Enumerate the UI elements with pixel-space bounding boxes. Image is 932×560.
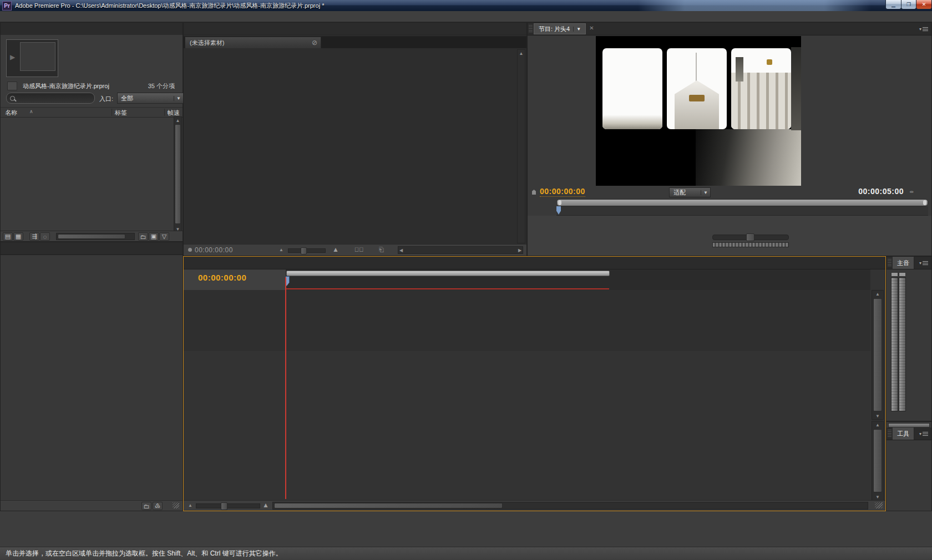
search-input[interactable] bbox=[6, 93, 95, 104]
icon-view-icon[interactable]: ▦ bbox=[13, 232, 23, 241]
effect-controls-panel: (未选择素材) ⊘ ▲ 00:00:00:00 ▲ ▲ ▶⃒ ⎗ ◀ ▶ bbox=[183, 22, 527, 256]
effects-folder-list bbox=[1, 256, 183, 500]
project-hscrollbar[interactable] bbox=[56, 233, 135, 240]
export-icon[interactable]: ⎗ bbox=[379, 246, 384, 253]
poster-play-icon[interactable]: ▶ bbox=[10, 53, 15, 61]
panel-drag-grip[interactable] bbox=[529, 25, 533, 33]
white-panel-1 bbox=[602, 48, 662, 129]
chevron-down-icon: ▼ bbox=[174, 96, 183, 101]
white-panel-2 bbox=[667, 48, 727, 129]
source-tabstrip bbox=[184, 23, 526, 35]
tools-hscrollbar[interactable] bbox=[888, 423, 930, 427]
zoom-in-icon[interactable]: ▲ bbox=[262, 501, 269, 509]
automate-to-sequence-icon[interactable]: ⇶ bbox=[29, 232, 39, 241]
panel-menu-icon[interactable]: ▾ bbox=[916, 427, 931, 440]
new-custom-bin-icon[interactable]: 🗀 bbox=[141, 502, 151, 510]
program-playhead-marker[interactable] bbox=[556, 206, 561, 215]
tools-panel: 工具 ▾ bbox=[886, 421, 932, 511]
project-file-name: 动感风格-南京旅游纪录片.prproj bbox=[23, 82, 109, 90]
panel-menu-icon[interactable]: ▾ bbox=[916, 23, 931, 35]
effects-panel: 🗀 ♳ bbox=[0, 242, 183, 511]
tab-tools[interactable]: 工具 bbox=[893, 427, 914, 440]
maximize-button[interactable]: ❐ bbox=[901, 0, 916, 9]
timeline-panel: 00:00:00:00 ▲ ▼ ▲ bbox=[183, 256, 886, 511]
column-label[interactable]: 标签 bbox=[115, 109, 127, 117]
panel-resize-grip[interactable] bbox=[875, 502, 883, 508]
column-name[interactable]: 名称 bbox=[5, 109, 17, 117]
source-vscrollbar[interactable]: ▲ bbox=[517, 49, 525, 243]
meter-bar-left bbox=[891, 277, 898, 411]
jog-disk[interactable] bbox=[712, 242, 789, 247]
panel-drag-grip[interactable] bbox=[888, 259, 892, 267]
white-panel-3 bbox=[731, 48, 791, 129]
program-mini-ruler[interactable] bbox=[556, 206, 928, 216]
zoom-out-icon[interactable]: ▲ bbox=[279, 247, 283, 252]
panel-menu-icon[interactable]: ▾ bbox=[916, 257, 931, 269]
zoom-level-value: 适配 bbox=[673, 189, 686, 197]
zoom-level-dropdown[interactable]: 适配 ▼ bbox=[669, 187, 711, 197]
program-timecode-row: 00:00:00:00 适配 ▼ 00:00:05:00 ⇹ bbox=[528, 186, 931, 198]
program-video-screen bbox=[596, 36, 801, 186]
meter-bar-right bbox=[899, 277, 906, 411]
search-icon bbox=[10, 96, 15, 101]
timeline-hscrollbar[interactable] bbox=[272, 502, 868, 510]
list-view-icon[interactable]: ▤ bbox=[3, 232, 13, 241]
clear-icon[interactable]: ▽ bbox=[159, 232, 169, 241]
column-framerate[interactable]: 帧速 bbox=[168, 109, 180, 117]
work-area-bar[interactable] bbox=[286, 271, 610, 276]
shuttle-slider[interactable] bbox=[712, 235, 789, 240]
meter-tab-label: 主音 bbox=[897, 259, 909, 267]
source-hscrollbar[interactable]: ◀ ▶ bbox=[398, 246, 523, 254]
timeline-ruler[interactable] bbox=[286, 269, 870, 291]
program-scrubber-bar[interactable] bbox=[556, 199, 928, 206]
entry-dropdown[interactable]: 全部 ▼ bbox=[117, 93, 184, 104]
new-item-icon[interactable]: ▣ bbox=[149, 232, 159, 241]
zoom-slider[interactable] bbox=[288, 248, 326, 253]
project-bottom-bar: ▤ ▦ ⇶ ◌ 🗀 ▣ ▽ bbox=[1, 231, 183, 241]
project-tabstrip bbox=[1, 23, 183, 35]
new-bin-icon[interactable]: 🗀 bbox=[138, 232, 148, 241]
close-button[interactable]: ✕ bbox=[916, 0, 932, 9]
zoom-out-icon[interactable]: ▲ bbox=[188, 503, 193, 508]
status-message: 单击并选择，或在空白区域单击并拖拉为选取框。按住 Shift、Alt、和 Ctr… bbox=[6, 549, 282, 558]
project-item-count: 35 个分项 bbox=[148, 82, 175, 90]
program-current-timecode[interactable]: 00:00:00:00 bbox=[540, 187, 585, 197]
parent-bin-icon[interactable] bbox=[7, 82, 17, 90]
audio-tracks-vscrollbar[interactable]: ▲ ▼ bbox=[872, 421, 884, 501]
project-vscrollbar[interactable]: ▲ ▼ bbox=[174, 116, 182, 233]
find-icon[interactable]: ◌ bbox=[40, 232, 50, 241]
delete-custom-item-icon[interactable]: ♳ bbox=[153, 502, 163, 510]
sort-ascending-icon[interactable]: ∧ bbox=[29, 109, 33, 114]
meter-cap-left bbox=[891, 272, 898, 277]
window-title: Adobe Premiere Pro - C:\Users\Administra… bbox=[15, 2, 324, 10]
timeline-playhead-grabber[interactable] bbox=[286, 276, 290, 286]
timecode-marker-icon bbox=[532, 190, 536, 195]
tab-master-meter[interactable]: 主音 bbox=[893, 257, 914, 269]
timeline-timecode[interactable]: 00:00:00:00 bbox=[198, 273, 246, 282]
toggle-effects-icon[interactable]: ⊘ bbox=[312, 39, 317, 47]
flagpole bbox=[696, 53, 697, 82]
project-panel: ▶ 动感风格-南京旅游纪录片.prproj 35 个分项 入口: 全部 ▼ 名称… bbox=[0, 22, 183, 242]
timecode-dot-icon bbox=[188, 248, 192, 252]
minimize-button[interactable]: ▁ bbox=[885, 0, 901, 9]
meter-cap-right bbox=[899, 272, 906, 277]
program-tab-close-icon[interactable]: ✕ bbox=[589, 25, 594, 35]
chevron-down-icon: ▼ bbox=[701, 190, 710, 195]
video-tracks-vscrollbar[interactable]: ▲ ▼ bbox=[872, 290, 884, 420]
titlebar-gloss bbox=[638, 0, 871, 11]
panel-resize-grip[interactable] bbox=[173, 502, 179, 508]
program-monitor-panel: 节目: 片头4 ▼ ✕ ▾ bbox=[527, 22, 932, 256]
timeline-zoom-slider[interactable] bbox=[196, 503, 260, 508]
zoom-in-icon[interactable]: ▲ bbox=[332, 246, 339, 253]
menu-bar bbox=[0, 11, 932, 22]
program-select-chevron-icon[interactable]: ▼ bbox=[573, 27, 581, 32]
play-only-icon[interactable]: ▶⃒ bbox=[354, 246, 364, 253]
source-timecode[interactable]: 00:00:00:00 bbox=[195, 246, 233, 254]
tab-program[interactable]: 节目: 片头4 ▼ bbox=[534, 23, 586, 34]
program-tabstrip: 节目: 片头4 ▼ ✕ ▾ bbox=[528, 23, 931, 35]
status-bar: 单击并选择，或在空白区域单击并拖拉为选取框。按住 Shift、Alt、和 Ctr… bbox=[0, 547, 932, 560]
panel-drag-grip[interactable] bbox=[888, 430, 892, 437]
program-duration-timecode: 00:00:05:00 bbox=[858, 187, 904, 196]
playhead-line[interactable] bbox=[285, 277, 286, 499]
preview-thumbnail: ▶ bbox=[6, 39, 58, 77]
